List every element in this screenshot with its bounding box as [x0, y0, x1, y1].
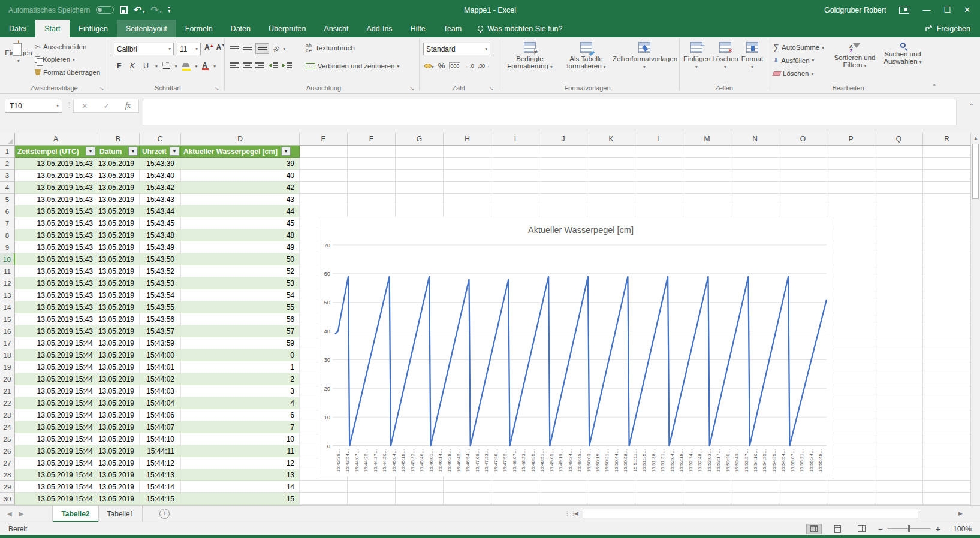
cell[interactable]	[827, 325, 875, 337]
cell[interactable]: 15:44:14	[140, 481, 181, 493]
scroll-left-icon[interactable]: ◀	[574, 510, 578, 516]
row-header-14[interactable]: 14	[0, 301, 15, 313]
cell[interactable]	[491, 182, 539, 194]
cell[interactable]	[875, 409, 923, 421]
cell[interactable]	[348, 481, 396, 493]
dialog-launcher-icon[interactable]: ↘	[410, 86, 415, 92]
cell[interactable]	[444, 481, 491, 493]
cell[interactable]	[396, 194, 444, 205]
cell[interactable]	[923, 194, 971, 205]
table-header-cell[interactable]: Uhrzeit▼	[140, 146, 181, 158]
cell[interactable]	[779, 158, 827, 170]
cell[interactable]: 15:44:06	[140, 409, 181, 421]
cell[interactable]	[923, 397, 971, 409]
cell[interactable]: 13.05.2019 15:44	[15, 409, 97, 421]
cell[interactable]	[827, 146, 875, 158]
cell[interactable]: 15:44:01	[140, 361, 181, 373]
cell[interactable]	[923, 457, 971, 469]
cell[interactable]	[875, 241, 923, 253]
cell[interactable]: 15:44:15	[140, 493, 181, 505]
cell[interactable]: 13.05.2019	[97, 194, 140, 205]
sheet-tab-tabelle1[interactable]: Tabelle1	[99, 506, 143, 522]
cell[interactable]: 11	[181, 445, 300, 457]
cell[interactable]	[875, 277, 923, 289]
cell[interactable]: 14	[181, 481, 300, 493]
cell[interactable]	[875, 337, 923, 349]
account-name[interactable]: Goldgruber Robert	[824, 6, 886, 14]
cell[interactable]	[875, 397, 923, 409]
cell[interactable]: 13.05.2019 15:44	[15, 361, 97, 373]
cell[interactable]	[827, 409, 875, 421]
increase-indent-icon[interactable]	[282, 62, 292, 69]
row-header-17[interactable]: 17	[0, 337, 15, 349]
cell-styles-button[interactable]: Zellenformatvorlagen▾	[613, 42, 676, 71]
cell[interactable]	[300, 205, 348, 217]
cell[interactable]	[923, 469, 971, 481]
cell[interactable]: 13.05.2019 15:44	[15, 337, 97, 349]
cell[interactable]	[923, 229, 971, 241]
cell[interactable]	[827, 469, 875, 481]
filter-dropdown-icon[interactable]: ▼	[170, 147, 179, 156]
minimize-button[interactable]: —	[922, 5, 930, 14]
cell[interactable]: 13.05.2019 15:43	[15, 158, 97, 170]
cell[interactable]	[635, 146, 683, 158]
column-header-C[interactable]: C	[140, 133, 181, 146]
cell[interactable]: 13.05.2019 15:43	[15, 241, 97, 253]
maximize-button[interactable]: ☐	[943, 5, 951, 14]
cell[interactable]: 15:43:44	[140, 205, 181, 217]
cell[interactable]: 59	[181, 337, 300, 349]
cell[interactable]	[635, 194, 683, 205]
formula-bar-collapse-icon[interactable]: ⌃	[969, 102, 974, 109]
cell[interactable]: 13.05.2019 15:44	[15, 349, 97, 361]
tab-add-ins[interactable]: Add-Ins	[358, 20, 402, 37]
cell[interactable]	[396, 170, 444, 182]
cell[interactable]: 13.05.2019 15:43	[15, 277, 97, 289]
cell[interactable]	[875, 385, 923, 397]
cell[interactable]	[923, 481, 971, 493]
cell[interactable]	[396, 146, 444, 158]
cell[interactable]	[923, 158, 971, 170]
cell[interactable]: 15:43:50	[140, 253, 181, 265]
cell[interactable]	[827, 205, 875, 217]
row-header-29[interactable]: 29	[0, 481, 15, 493]
cell[interactable]: 13.05.2019 15:43	[15, 194, 97, 205]
grow-font-button[interactable]: A▲	[204, 43, 214, 52]
cell[interactable]	[779, 182, 827, 194]
cell[interactable]: 15:43:53	[140, 277, 181, 289]
cell[interactable]	[348, 182, 396, 194]
row-header-13[interactable]: 13	[0, 289, 15, 301]
cell[interactable]	[300, 146, 348, 158]
cell[interactable]	[827, 433, 875, 445]
cell[interactable]	[923, 325, 971, 337]
cell[interactable]: 13.05.2019	[97, 205, 140, 217]
cell[interactable]: 13.05.2019	[97, 289, 140, 301]
find-select-button[interactable]: Suchen undAuswählen ▾	[878, 42, 927, 66]
sheet-tab-tabelle2[interactable]: Tabelle2	[52, 506, 98, 522]
cell[interactable]	[827, 445, 875, 457]
cell[interactable]	[539, 158, 587, 170]
tab-start[interactable]: Start	[35, 20, 69, 37]
chevron-down-icon[interactable]: ▾	[213, 64, 216, 69]
horizontal-scrollbar-thumb[interactable]	[583, 509, 918, 518]
cell[interactable]: 15:43:48	[140, 229, 181, 241]
cell[interactable]	[923, 205, 971, 217]
cell[interactable]: 4	[181, 397, 300, 409]
cell[interactable]	[923, 170, 971, 182]
cell[interactable]	[875, 469, 923, 481]
italic-button[interactable]: K	[128, 62, 137, 70]
cell[interactable]	[875, 229, 923, 241]
chevron-down-icon[interactable]: ▾	[283, 46, 285, 52]
copy-button[interactable]: Kopieren ▾	[35, 56, 75, 63]
save-icon[interactable]	[120, 6, 128, 14]
bold-button[interactable]: F	[115, 62, 123, 70]
cell[interactable]	[731, 158, 779, 170]
column-header-I[interactable]: I	[491, 133, 539, 146]
cell[interactable]	[348, 170, 396, 182]
tell-me-search[interactable]: Was möchten Sie tun?	[471, 20, 569, 37]
cell[interactable]	[827, 182, 875, 194]
cell[interactable]: 15:44:00	[140, 349, 181, 361]
cell[interactable]	[923, 493, 971, 505]
cell[interactable]	[683, 146, 731, 158]
cell[interactable]	[683, 182, 731, 194]
row-header-22[interactable]: 22	[0, 397, 15, 409]
